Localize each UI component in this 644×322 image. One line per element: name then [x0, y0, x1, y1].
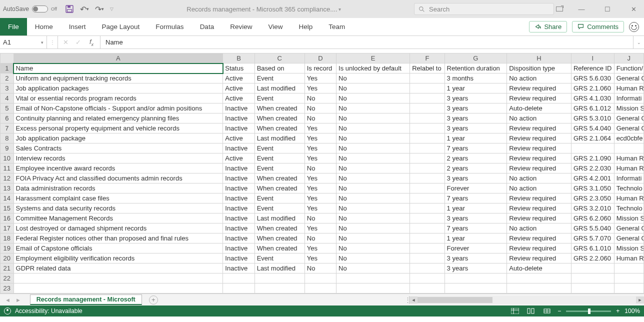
- cell[interactable]: Review required: [507, 234, 572, 244]
- cell[interactable]: [410, 144, 444, 154]
- row-header[interactable]: 22: [0, 274, 14, 284]
- cell[interactable]: GRS 2.2.060: [571, 254, 614, 264]
- cell[interactable]: No: [336, 154, 410, 164]
- cell[interactable]: Committee Management Records: [14, 214, 223, 224]
- cell[interactable]: GRS 5.7.070: [571, 234, 614, 244]
- cell[interactable]: Auto-delete: [507, 104, 572, 114]
- cell[interactable]: Inactive: [223, 194, 254, 204]
- cell[interactable]: Based on: [254, 64, 304, 74]
- row-header[interactable]: 17: [0, 224, 14, 234]
- view-page-layout-icon[interactable]: [526, 307, 536, 315]
- cell[interactable]: [571, 274, 614, 284]
- cell[interactable]: Yes: [304, 244, 336, 254]
- cell[interactable]: Review required: [507, 164, 572, 174]
- cell[interactable]: Active: [223, 84, 254, 94]
- cell[interactable]: Mission S: [614, 244, 644, 254]
- col-header[interactable]: C: [254, 54, 304, 64]
- cell[interactable]: [507, 274, 572, 284]
- undo-icon[interactable]: ↶▾: [80, 4, 89, 14]
- cell[interactable]: Job application packages: [14, 84, 223, 94]
- cell[interactable]: Technolo: [614, 184, 644, 194]
- cell[interactable]: Inactive: [223, 174, 254, 184]
- col-header[interactable]: D: [304, 54, 336, 64]
- cell[interactable]: No: [336, 144, 410, 154]
- tab-team[interactable]: Team: [320, 18, 353, 36]
- cell[interactable]: Review required: [507, 214, 572, 224]
- cell[interactable]: Mission S: [614, 214, 644, 224]
- cell[interactable]: [410, 274, 444, 284]
- cell[interactable]: [410, 94, 444, 104]
- cell[interactable]: No: [336, 194, 410, 204]
- cell[interactable]: Data administration records: [14, 184, 223, 194]
- cell[interactable]: Inactive: [223, 244, 254, 254]
- col-header[interactable]: I: [571, 54, 614, 64]
- cell[interactable]: When created: [254, 244, 304, 254]
- zoom-out-icon[interactable]: −: [558, 308, 561, 314]
- cell[interactable]: Event: [254, 194, 304, 204]
- cell[interactable]: GRS 3.2.010: [571, 204, 614, 214]
- cell[interactable]: [571, 264, 614, 274]
- cell[interactable]: [410, 254, 444, 264]
- cell[interactable]: FOIA Privacy Act and classified document…: [14, 174, 223, 184]
- maximize-button[interactable]: ☐: [600, 6, 615, 13]
- cell[interactable]: No: [336, 264, 410, 274]
- cell[interactable]: 3 years: [444, 94, 507, 104]
- cell[interactable]: [410, 84, 444, 94]
- cell[interactable]: [14, 274, 223, 284]
- cell[interactable]: Human R: [614, 154, 644, 164]
- cell[interactable]: GRS 2.3.050: [571, 194, 614, 204]
- cell[interactable]: Inactive: [223, 144, 254, 154]
- row-header[interactable]: 15: [0, 204, 14, 214]
- cell[interactable]: Mission S: [614, 104, 644, 114]
- row-header[interactable]: 8: [0, 134, 14, 144]
- cell[interactable]: Excess personal property equipment and v…: [14, 124, 223, 134]
- cell[interactable]: Employee incentive award records: [14, 164, 223, 174]
- cell[interactable]: 3 years: [444, 254, 507, 264]
- cell[interactable]: Is record: [304, 64, 336, 74]
- row-header[interactable]: 12: [0, 174, 14, 184]
- cell[interactable]: Inactive: [223, 224, 254, 234]
- cell[interactable]: No: [304, 114, 336, 124]
- cell[interactable]: 1 year: [444, 134, 507, 144]
- cell[interactable]: 3 years: [444, 264, 507, 274]
- zoom-in-icon[interactable]: +: [616, 308, 620, 314]
- cell[interactable]: No: [336, 134, 410, 144]
- scroll-right-icon[interactable]: ►: [636, 296, 644, 304]
- cell[interactable]: Review required: [507, 204, 572, 214]
- cell[interactable]: [410, 124, 444, 134]
- sheet-tab-active[interactable]: Records management - Microsoft: [30, 294, 142, 305]
- cell[interactable]: 3 years: [444, 114, 507, 124]
- cell[interactable]: GRS 5.4.040: [571, 124, 614, 134]
- cell[interactable]: No: [336, 214, 410, 224]
- row-header[interactable]: 19: [0, 244, 14, 254]
- cell[interactable]: 3 months: [444, 74, 507, 84]
- cell[interactable]: Email of Non-Capstone officials - Suppor…: [14, 104, 223, 114]
- cell[interactable]: No: [304, 104, 336, 114]
- cell[interactable]: Review required: [507, 144, 572, 154]
- cell[interactable]: General O: [614, 124, 644, 134]
- cell[interactable]: GRS 6.1.012: [571, 104, 614, 114]
- cell[interactable]: Review required: [507, 134, 572, 144]
- cell[interactable]: Yes: [304, 74, 336, 84]
- cell[interactable]: General O: [614, 74, 644, 84]
- cell[interactable]: Reference ID: [571, 64, 614, 74]
- cell[interactable]: 3 years: [444, 124, 507, 134]
- cell[interactable]: Event: [254, 254, 304, 264]
- cell[interactable]: No: [336, 224, 410, 234]
- cell[interactable]: Yes: [304, 194, 336, 204]
- cell[interactable]: [410, 164, 444, 174]
- cell[interactable]: No: [304, 164, 336, 174]
- fx-icon[interactable]: fx: [88, 38, 95, 47]
- cell[interactable]: [444, 284, 507, 294]
- cell[interactable]: Yes: [304, 204, 336, 214]
- cell[interactable]: [444, 274, 507, 284]
- cell[interactable]: No action: [507, 74, 572, 84]
- tab-formulas[interactable]: Formulas: [148, 18, 192, 36]
- cell[interactable]: [254, 274, 304, 284]
- cell[interactable]: Job application package: [14, 134, 223, 144]
- row-header[interactable]: 21: [0, 264, 14, 274]
- cell[interactable]: [304, 274, 336, 284]
- cell[interactable]: No: [336, 124, 410, 134]
- cell[interactable]: Inactive: [223, 164, 254, 174]
- cancel-icon[interactable]: ✕: [63, 38, 68, 46]
